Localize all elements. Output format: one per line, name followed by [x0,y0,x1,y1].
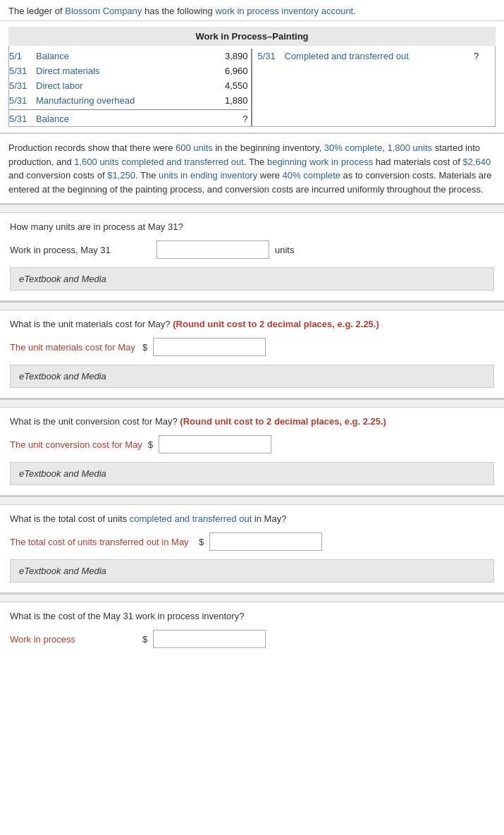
production-notes-text: Production records show that there were … [8,142,492,195]
question-4-text: What is the total cost of units complete… [10,513,286,524]
ledger-date-4: 5/31 [9,95,36,106]
question-4-section: What is the total cost of units complete… [0,505,504,594]
ledger-left-column: 5/1 Balance 3,890 5/31 Direct materials … [9,49,252,126]
ledger-entry-direct-labor: 5/31 Direct labor 4,550 [9,78,248,93]
question-5-field-label: Work in process [10,634,137,645]
ledger-date-5: 5/31 [9,114,36,124]
ledger-section: Work in Process–Painting 5/1 Balance 3,8… [0,21,504,134]
ledger-entry-mfg-overhead: 5/31 Manufacturing overhead 1,880 [9,93,248,108]
question-1-label: How many units are in process at May 31? [10,221,494,232]
question-3-text: What is the unit conversion cost for May… [10,416,178,427]
question-3-section: What is the unit conversion cost for May… [0,408,504,496]
question-1-etextbook[interactable]: eTextbook and Media [10,267,494,291]
question-1-field-label: Work in process, May 31 [10,245,151,255]
dollar-sign-3: $ [148,439,153,450]
question-1-text: How many units are in process at May 31? [10,221,183,232]
ledger-amount-3: 4,550 [209,80,248,91]
question-5-label: What is the cost of the May 31 work in p… [10,611,494,621]
question-2-label: What is the unit materials cost for May?… [10,319,494,329]
ledger-date-3: 5/31 [9,80,36,91]
question-3-etextbook[interactable]: eTextbook and Media [10,462,494,485]
question-3-input-row: The unit conversion cost for May $ [10,435,494,453]
question-3-field-label: The unit conversion cost for May [10,439,142,450]
question-3-label: What is the unit conversion cost for May… [10,416,494,427]
question-5-input[interactable] [153,630,266,648]
intro-text: The ledger of Blossom Company has the fo… [0,0,504,21]
question-4-label: What is the total cost of units complete… [10,513,494,524]
etextbook-label-1: eTextbook and Media [19,274,106,284]
section-divider-2 [0,302,504,310]
question-2-red-note: (Round unit cost to 2 decimal places, e.… [173,319,379,329]
ledger-title: Work in Process–Painting [8,27,496,46]
question-4-etextbook[interactable]: eTextbook and Media [10,559,494,583]
question-2-input[interactable] [153,338,266,356]
ledger-date-1: 5/1 [9,51,36,61]
question-4-input-row: The total cost of units transferred out … [10,532,494,551]
ledger-entry-direct-materials: 5/31 Direct materials 6,960 [9,63,248,78]
dollar-sign-5: $ [142,634,147,645]
etextbook-label-4: eTextbook and Media [19,566,106,576]
ledger-amount-1: 3,890 [209,51,248,61]
ledger-entry-end-balance: 5/31 Balance ? [9,111,248,126]
question-1-input[interactable] [156,240,269,259]
ledger-date-2: 5/31 [9,66,36,76]
question-4-field-label: The total cost of units transferred out … [10,537,193,547]
question-1-section: How many units are in process at May 31?… [0,213,504,302]
production-notes: Production records show that there were … [0,134,504,205]
question-5-section: What is the cost of the May 31 work in p… [0,602,504,666]
question-5-input-row: Work in process $ [10,630,494,648]
ledger-amount-4: 1,880 [209,95,248,106]
question-2-text: What is the unit materials cost for May? [10,319,171,329]
ledger-desc-4: Manufacturing overhead [36,95,209,106]
question-4-input[interactable] [209,532,322,551]
etextbook-label-2: eTextbook and Media [19,371,106,382]
ledger-right-entry: 5/31 Completed and transferred out ? [258,49,496,63]
question-3-red-note: (Round unit cost to 2 decimal places, e.… [180,416,386,427]
right-desc-1: Completed and transferred out [285,51,474,61]
section-divider-1 [0,205,504,213]
question-5-text: What is the cost of the May 31 work in p… [10,611,244,621]
ledger-amount-5: ? [209,114,248,124]
ledger-desc-2: Direct materials [36,66,209,76]
question-2-etextbook[interactable]: eTextbook and Media [10,365,494,388]
ledger-desc-3: Direct labor [36,80,209,91]
right-amount-1: ? [474,51,495,61]
ledger-entry-balance: 5/1 Balance 3,890 [9,49,248,63]
ledger-right-column: 5/31 Completed and transferred out ? [252,49,496,126]
dollar-sign-4: $ [199,537,204,547]
ledger-amount-2: 6,960 [209,66,248,76]
question-2-section: What is the unit materials cost for May?… [0,310,504,399]
section-divider-5 [0,594,504,602]
question-1-input-row: Work in process, May 31 units [10,240,494,259]
ledger-desc-1: Balance [36,51,209,61]
question-3-input[interactable] [159,435,271,453]
intro-sentence: The ledger of Blossom Company has the fo… [8,6,356,16]
ledger-desc-5: Balance [36,114,209,124]
etextbook-label-3: eTextbook and Media [19,468,106,479]
section-divider-3 [0,399,504,408]
question-2-field-label: The unit materials cost for May [10,342,137,353]
right-date-1: 5/31 [258,51,285,61]
dollar-sign-2: $ [142,342,147,353]
section-divider-4 [0,496,504,505]
question-2-input-row: The unit materials cost for May $ [10,338,494,356]
question-1-units: units [275,245,294,255]
